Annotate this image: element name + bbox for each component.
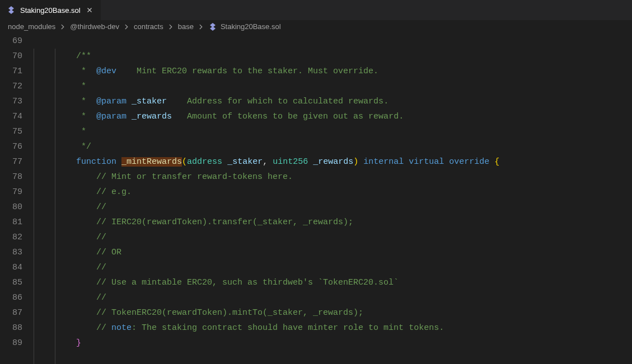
- code-line[interactable]: //: [56, 260, 632, 275]
- code-line[interactable]: */: [56, 139, 632, 154]
- code-line[interactable]: //: [56, 230, 632, 245]
- code-line[interactable]: //: [56, 290, 632, 305]
- line-number: 85: [6, 275, 22, 290]
- line-number-gutter: 6970717273747576777879808182838485868788…: [0, 34, 34, 364]
- line-number: 82: [6, 230, 22, 245]
- code-line[interactable]: // IERC20(rewardToken).transfer(_staker,…: [56, 215, 632, 230]
- line-number: 87: [6, 305, 22, 320]
- tab-label: Staking20Base.sol: [20, 6, 81, 15]
- line-number: 79: [6, 185, 22, 200]
- breadcrumb-item[interactable]: Staking20Base.sol: [221, 22, 281, 31]
- code-line[interactable]: function _mintRewards(address _staker, u…: [56, 154, 632, 169]
- breadcrumb-item[interactable]: base: [178, 22, 194, 31]
- line-number: 81: [6, 215, 22, 230]
- indent-guides: [34, 34, 56, 364]
- line-number: 74: [6, 109, 22, 124]
- tab-bar: Staking20Base.sol: [0, 0, 632, 20]
- breadcrumb-item[interactable]: @thirdweb-dev: [70, 22, 119, 31]
- code-line[interactable]: }: [56, 335, 632, 351]
- code-content[interactable]: /** * @dev Mint ERC20 rewards to the sta…: [56, 34, 632, 364]
- chevron-right-icon: [59, 23, 67, 31]
- code-line[interactable]: // note: The staking contract should hav…: [56, 320, 632, 335]
- code-editor[interactable]: 6970717273747576777879808182838485868788…: [0, 34, 632, 364]
- line-number: 76: [6, 139, 22, 154]
- code-line[interactable]: [56, 34, 632, 49]
- breadcrumb-item[interactable]: contracts: [134, 22, 163, 31]
- code-line[interactable]: // e.g.: [56, 185, 632, 200]
- line-number: 80: [6, 200, 22, 215]
- code-line[interactable]: *: [56, 124, 632, 139]
- line-number: 73: [6, 94, 22, 109]
- line-number: 88: [6, 320, 22, 335]
- line-number: 69: [6, 34, 22, 49]
- chevron-right-icon: [123, 23, 130, 31]
- line-number: 84: [6, 260, 22, 275]
- line-number: 78: [6, 169, 22, 185]
- code-line[interactable]: // TokenERC20(rewardToken).mintTo(_stake…: [56, 305, 632, 320]
- breadcrumb-item[interactable]: node_modules: [8, 22, 55, 31]
- line-number: 71: [6, 64, 22, 79]
- code-line[interactable]: //: [56, 200, 632, 215]
- code-line[interactable]: * @param _rewards Amount of tokens to be…: [56, 109, 632, 124]
- solidity-file-icon: [208, 22, 217, 31]
- code-line[interactable]: // OR: [56, 245, 632, 260]
- code-line[interactable]: // Use a mintable ERC20, such as thirdwe…: [56, 275, 632, 290]
- line-number: 77: [6, 154, 22, 169]
- line-number: 72: [6, 79, 22, 94]
- line-number: 86: [6, 290, 22, 305]
- code-line[interactable]: *: [56, 79, 632, 94]
- line-number: 89: [6, 335, 22, 351]
- line-number: 75: [6, 124, 22, 139]
- breadcrumb[interactable]: node_modules @thirdweb-dev contracts bas…: [0, 20, 632, 34]
- close-icon[interactable]: [85, 6, 94, 15]
- chevron-right-icon: [167, 23, 175, 31]
- code-line[interactable]: /**: [56, 49, 632, 64]
- chevron-right-icon: [197, 23, 205, 31]
- code-line[interactable]: * @param _staker Address for which to ca…: [56, 94, 632, 109]
- solidity-file-icon: [7, 6, 16, 15]
- code-line[interactable]: // Mint or transfer reward-tokens here.: [56, 169, 632, 185]
- line-number: 70: [6, 49, 22, 64]
- code-line[interactable]: * @dev Mint ERC20 rewards to the staker.…: [56, 64, 632, 79]
- editor-tab[interactable]: Staking20Base.sol: [0, 0, 101, 20]
- line-number: 83: [6, 245, 22, 260]
